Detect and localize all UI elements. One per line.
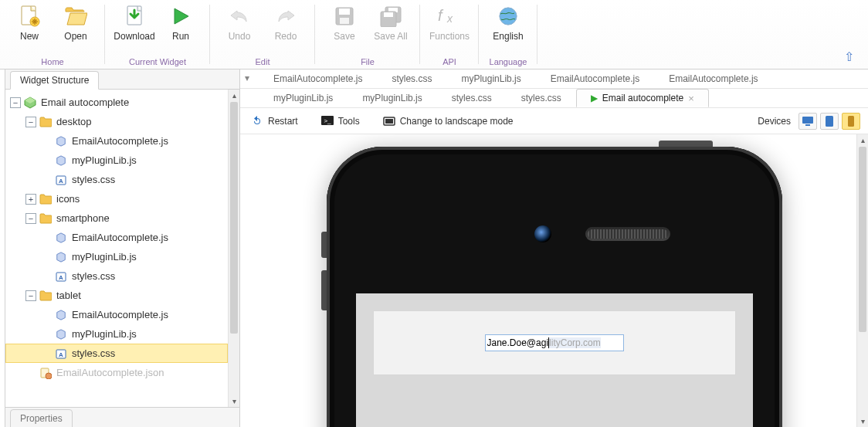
email-input[interactable]: Jane.Doe@agilityCorp.com: [485, 334, 624, 351]
fx-icon: fx: [438, 5, 461, 28]
preview-scrollbar[interactable]: ▴ ▾: [856, 134, 868, 427]
file-tab-label: styles.css: [521, 93, 561, 103]
close-icon[interactable]: ×: [688, 93, 694, 104]
ribbon-button-label: Undo: [229, 31, 251, 42]
new-button[interactable]: New: [8, 2, 51, 51]
tree-item-label: icons: [56, 193, 80, 205]
svg-rect-9: [340, 18, 349, 24]
restart-label: Restart: [268, 116, 298, 127]
svg-marker-28: [57, 310, 66, 319]
run-button[interactable]: Run: [159, 2, 202, 51]
tree-row[interactable]: myPluginLib.js: [5, 324, 228, 344]
device-buttons: [798, 113, 860, 130]
tree-row[interactable]: −tablet: [5, 286, 228, 305]
svg-rect-41: [848, 116, 854, 127]
css-icon: A: [55, 270, 67, 283]
tree-row[interactable]: +icons: [5, 189, 228, 208]
ribbon-group: UndoRedoEdit: [210, 0, 315, 69]
file-tab[interactable]: styles.css: [437, 89, 507, 107]
folder-icon: [39, 116, 52, 128]
ribbon-button-label: English: [493, 31, 523, 42]
svg-rect-13: [384, 12, 393, 17]
svg-marker-24: [57, 232, 66, 242]
widget-preview: Jane.Doe@agilityCorp.com: [373, 310, 736, 375]
svg-point-33: [46, 373, 52, 379]
phone-body: Jane.Doe@agilityCorp.com: [327, 147, 782, 427]
scroll-down-icon[interactable]: ▾: [857, 415, 868, 427]
phone-power-button: [659, 141, 713, 147]
device-phone-button[interactable]: [842, 113, 860, 130]
js-icon: [55, 232, 67, 244]
tree-item-label: tablet: [56, 290, 81, 301]
file-tab[interactable]: ▶Email autocomplete×: [576, 89, 709, 107]
css-icon: A: [55, 174, 67, 186]
left-panel-tabs: Widget Structure: [5, 69, 239, 90]
tree-row[interactable]: Astyles.css: [5, 170, 228, 189]
file-tab[interactable]: myPluginLib.js: [348, 89, 436, 107]
file-tab[interactable]: EmailAutocomplete.js: [654, 69, 772, 88]
tree-row[interactable]: EmailAutocomplete.js: [5, 228, 228, 247]
tree-item-label: EmailAutocomplete.js: [72, 309, 168, 320]
tools-button[interactable]: >_ Tools: [318, 113, 363, 130]
scroll-up-icon[interactable]: ▴: [229, 90, 239, 101]
file-tab[interactable]: EmailAutocomplete.js: [536, 69, 654, 88]
undo-icon: [228, 5, 251, 28]
restart-button[interactable]: Restart: [248, 113, 301, 130]
editor-area: ▾ EmailAutocomplete.jsstyles.cssmyPlugin…: [240, 69, 868, 427]
collapse-icon[interactable]: −: [25, 290, 36, 301]
scroll-thumb[interactable]: [230, 102, 238, 334]
scroll-up-icon[interactable]: ▴: [857, 134, 868, 146]
tree-row[interactable]: −desktop: [5, 112, 228, 131]
landscape-button[interactable]: Change to landscape mode: [380, 113, 517, 130]
scroll-down-icon[interactable]: ▾: [229, 395, 239, 407]
file-tab[interactable]: styles.css: [377, 69, 446, 88]
file-tab-label: styles.css: [452, 93, 492, 103]
redo-icon: [274, 5, 297, 28]
tree-row[interactable]: myPluginLib.js: [5, 151, 228, 170]
english-button[interactable]: English: [487, 2, 530, 51]
ribbon-group: EnglishLanguage: [479, 0, 537, 69]
folder-open-icon: [64, 5, 87, 28]
file-tab[interactable]: myPluginLib.js: [259, 89, 348, 107]
tools-icon: >_: [321, 115, 334, 127]
collapse-icon[interactable]: −: [10, 97, 21, 108]
scroll-thumb[interactable]: [859, 147, 866, 332]
tree-row[interactable]: myPluginLib.js: [5, 247, 228, 266]
file-tab[interactable]: myPluginLib.js: [446, 69, 535, 88]
tree-row[interactable]: EmailAutocomplete.json: [5, 363, 228, 382]
js-icon: [55, 154, 67, 167]
collapse-icon[interactable]: −: [25, 117, 36, 127]
download-icon: [123, 5, 146, 28]
play-icon: [169, 5, 192, 28]
file-tab-label: myPluginLib.js: [362, 93, 422, 103]
tree-row[interactable]: −smartphone: [5, 208, 228, 228]
ribbon-group: DownloadRunCurrent Widget: [105, 0, 210, 69]
tree-row[interactable]: −Email autocomplete: [5, 93, 228, 112]
tree-row[interactable]: Astyles.css: [5, 266, 228, 286]
undo-button: Undo: [218, 2, 261, 51]
device-tablet-button[interactable]: [820, 113, 839, 130]
tree-row[interactable]: Astyles.css: [5, 344, 228, 363]
expand-icon[interactable]: +: [25, 194, 36, 205]
functions-button: fxFunctions: [428, 2, 471, 51]
file-tab[interactable]: styles.css: [507, 89, 576, 107]
file-tab[interactable]: EmailAutocomplete.js: [259, 69, 377, 88]
file-tab-label: EmailAutocomplete.js: [669, 73, 758, 84]
tabs-menu-icon[interactable]: ▾: [245, 73, 249, 83]
widget-icon: [24, 97, 36, 109]
collapse-icon[interactable]: −: [25, 213, 36, 224]
download-button[interactable]: Download: [113, 2, 156, 51]
svg-marker-25: [57, 252, 66, 261]
tree-item-label: myPluginLib.js: [72, 251, 137, 263]
doc-new-icon: [18, 5, 41, 28]
main-layout: Widget Structure −Email autocomplete−des…: [0, 69, 868, 427]
tree-row[interactable]: EmailAutocomplete.js: [5, 305, 228, 324]
open-button[interactable]: Open: [54, 2, 97, 51]
tree-scrollbar[interactable]: ▴ ▾: [228, 90, 239, 407]
tab-widget-structure[interactable]: Widget Structure: [10, 71, 99, 90]
ribbon-collapse-icon[interactable]: ⇧: [844, 49, 854, 64]
file-tabs-row-1: ▾ EmailAutocomplete.jsstyles.cssmyPlugin…: [240, 69, 868, 89]
tab-properties[interactable]: Properties: [10, 409, 73, 427]
tree-row[interactable]: EmailAutocomplete.js: [5, 131, 228, 151]
device-desktop-button[interactable]: [798, 113, 817, 130]
